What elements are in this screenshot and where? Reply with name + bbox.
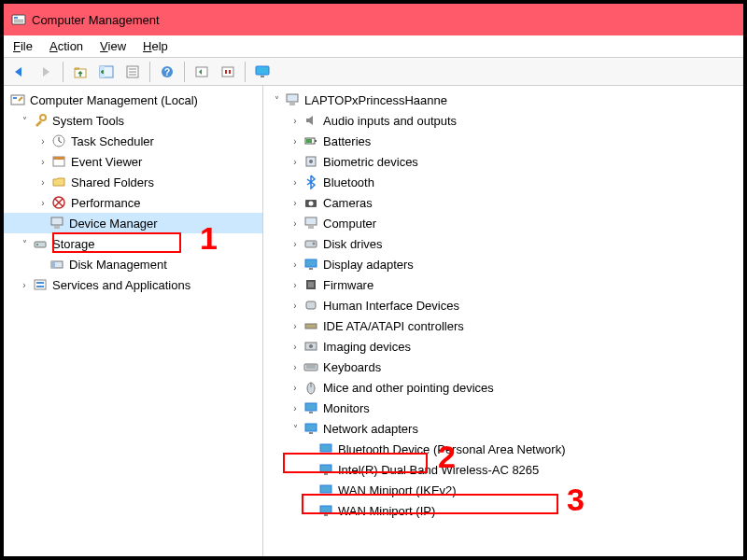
expand-icon[interactable]: › bbox=[289, 115, 301, 126]
expand-icon[interactable]: › bbox=[37, 156, 49, 167]
menu-file[interactable]: File bbox=[13, 39, 33, 53]
expand-icon[interactable]: › bbox=[289, 382, 301, 393]
device-category-batteries[interactable]: ›Batteries bbox=[263, 131, 743, 151]
device-category-ide-ata-atapi-controllers[interactable]: ›IDE ATA/ATAPI controllers bbox=[263, 315, 743, 336]
expand-icon[interactable]: › bbox=[37, 197, 49, 208]
collapse-icon[interactable]: ˅ bbox=[19, 115, 30, 126]
tree-label: Event Viewer bbox=[71, 155, 142, 169]
svg-rect-38 bbox=[315, 140, 317, 142]
tools-icon bbox=[32, 112, 49, 129]
forward-button[interactable] bbox=[34, 61, 58, 83]
toolbar-separator bbox=[149, 62, 150, 82]
svg-rect-48 bbox=[305, 259, 317, 267]
tree-performance[interactable]: › Performance bbox=[4, 192, 262, 213]
device-category-biometric-devices[interactable]: ›Biometric devices bbox=[263, 151, 743, 172]
device-category-bluetooth[interactable]: ›Bluetooth bbox=[263, 172, 743, 192]
device-root[interactable]: ˅ LAPTOPxPrincessHaanne bbox=[263, 90, 743, 110]
monitor-button[interactable] bbox=[250, 61, 275, 83]
help-button[interactable]: ? bbox=[155, 61, 179, 83]
content-area: Computer Management (Local) ˅ System Too… bbox=[4, 86, 743, 556]
expand-icon[interactable]: › bbox=[289, 217, 301, 229]
expand-icon[interactable]: › bbox=[289, 135, 301, 147]
expand-icon[interactable]: › bbox=[289, 361, 301, 372]
show-hide-tree-button[interactable] bbox=[94, 61, 119, 83]
device-tree[interactable]: ˅ LAPTOPxPrincessHaanne ›Audio inputs an… bbox=[263, 86, 743, 556]
device-item[interactable]: WAN Miniport (IKEv2) bbox=[263, 480, 743, 500]
svg-rect-14 bbox=[222, 67, 233, 77]
device-category-human-interface-devices[interactable]: ›Human Interface Devices bbox=[263, 295, 743, 315]
device-category-audio-inputs-and-outputs[interactable]: ›Audio inputs and outputs bbox=[263, 110, 743, 131]
tree-disk-management[interactable]: Disk Management bbox=[4, 254, 262, 274]
action1-button[interactable] bbox=[190, 61, 214, 83]
svg-rect-68 bbox=[324, 473, 328, 475]
device-category-display-adapters[interactable]: ›Display adapters bbox=[263, 254, 743, 274]
device-category-cameras[interactable]: ›Cameras bbox=[263, 192, 743, 213]
collapse-icon[interactable]: ˅ bbox=[19, 238, 30, 249]
tree-shared-folders[interactable]: › Shared Folders bbox=[4, 172, 262, 192]
network-adapter-icon bbox=[317, 441, 334, 457]
tree-storage[interactable]: ˅ Storage bbox=[4, 233, 262, 254]
toolbar-separator bbox=[245, 62, 246, 82]
collapse-icon[interactable]: ˅ bbox=[271, 94, 282, 105]
device-item[interactable]: Bluetooth Device (Personal Area Network) bbox=[263, 439, 743, 459]
tree-event-viewer[interactable]: › Event Viewer bbox=[4, 151, 262, 172]
expand-icon[interactable]: › bbox=[37, 135, 49, 147]
device-item[interactable]: Intel(R) Dual Band Wireless-AC 8265 bbox=[263, 459, 743, 480]
category-label: Computer bbox=[323, 217, 376, 231]
menu-view[interactable]: View bbox=[100, 39, 126, 53]
category-icon bbox=[303, 297, 319, 314]
category-label: Audio inputs and outputs bbox=[323, 114, 457, 128]
category-label: Biometric devices bbox=[323, 155, 418, 169]
expand-icon[interactable]: › bbox=[289, 238, 301, 249]
device-category-firmware[interactable]: ›Firmware bbox=[263, 274, 743, 295]
svg-point-43 bbox=[309, 202, 314, 206]
console-tree[interactable]: Computer Management (Local) ˅ System Too… bbox=[4, 86, 263, 556]
menu-help[interactable]: Help bbox=[143, 39, 168, 53]
collapse-icon[interactable]: ˅ bbox=[289, 423, 301, 434]
device-label: WAN Miniport (IP) bbox=[338, 504, 435, 518]
expand-icon[interactable]: › bbox=[289, 341, 301, 352]
svg-rect-61 bbox=[305, 403, 317, 411]
expand-icon[interactable]: › bbox=[289, 197, 301, 208]
tree-root[interactable]: Computer Management (Local) bbox=[4, 90, 262, 110]
titlebar: Computer Management bbox=[4, 4, 743, 35]
expand-icon[interactable]: › bbox=[289, 279, 301, 290]
tree-label: Services and Applications bbox=[52, 278, 190, 292]
tree-system-tools[interactable]: ˅ System Tools bbox=[4, 110, 262, 131]
category-label: Disk drives bbox=[323, 237, 383, 251]
performance-icon bbox=[50, 194, 67, 211]
svg-rect-67 bbox=[320, 465, 331, 472]
tree-label: Task Scheduler bbox=[71, 134, 154, 148]
expand-icon[interactable]: › bbox=[19, 279, 30, 290]
tree-label: Device Manager bbox=[69, 217, 158, 231]
device-category-disk-drives[interactable]: ›Disk drives bbox=[263, 233, 743, 254]
device-category-monitors[interactable]: ›Monitors bbox=[263, 398, 743, 418]
device-category-imaging-devices[interactable]: ›Imaging devices bbox=[263, 336, 743, 357]
expand-icon[interactable]: › bbox=[289, 259, 301, 270]
category-icon bbox=[303, 399, 319, 416]
device-category-network-adapters[interactable]: ˅Network adapters bbox=[263, 418, 743, 439]
device-category-keyboards[interactable]: ›Keyboards bbox=[263, 357, 743, 377]
device-item[interactable]: WAN Miniport (IP) bbox=[263, 500, 743, 521]
expand-icon[interactable]: › bbox=[289, 156, 301, 167]
category-label: IDE ATA/ATAPI controllers bbox=[323, 319, 464, 333]
tree-device-manager[interactable]: Device Manager bbox=[4, 213, 262, 233]
svg-point-47 bbox=[313, 243, 316, 245]
device-category-computer[interactable]: ›Computer bbox=[263, 213, 743, 233]
back-button[interactable] bbox=[7, 61, 32, 83]
up-button[interactable] bbox=[68, 61, 92, 83]
tree-label: Storage bbox=[52, 237, 95, 251]
action2-button[interactable] bbox=[216, 61, 240, 83]
tree-services[interactable]: › Services and Applications bbox=[4, 274, 262, 295]
expand-icon[interactable]: › bbox=[37, 176, 49, 188]
expand-icon[interactable]: › bbox=[289, 402, 301, 413]
device-category-mice-and-other-pointing-devices[interactable]: ›Mice and other pointing devices bbox=[263, 377, 743, 398]
expand-icon[interactable]: › bbox=[289, 300, 301, 311]
expand-icon[interactable]: › bbox=[289, 176, 301, 188]
svg-rect-45 bbox=[308, 226, 314, 229]
tree-task-scheduler[interactable]: › Task Scheduler bbox=[4, 131, 262, 151]
export-list-button[interactable] bbox=[120, 61, 145, 83]
expand-icon[interactable]: › bbox=[289, 320, 301, 331]
menu-action[interactable]: Action bbox=[49, 39, 83, 53]
svg-rect-63 bbox=[305, 424, 317, 431]
